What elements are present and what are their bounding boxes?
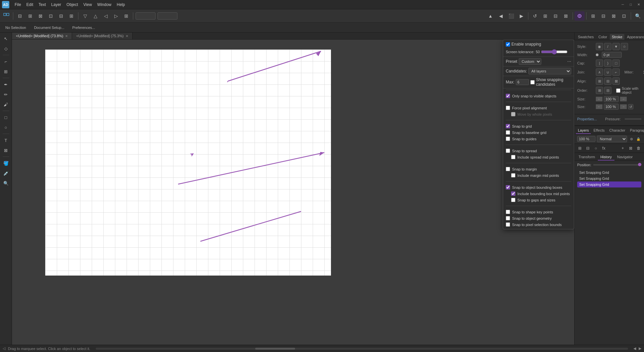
force-pixel-checkbox[interactable] <box>506 106 510 110</box>
snap-baseline-checkbox[interactable] <box>506 130 510 135</box>
max-input[interactable] <box>516 79 529 85</box>
snap-middle-btn[interactable]: ⬛ <box>506 11 516 21</box>
align-center[interactable]: ⊟ <box>604 77 611 85</box>
horizontal-scrollbar[interactable] <box>96 348 628 350</box>
snap-left-btn[interactable]: ◀ <box>496 11 506 21</box>
align-bottom-btn[interactable]: ⊞ <box>66 11 76 21</box>
ellipse-tool[interactable]: ○ <box>1 123 11 132</box>
menu-text[interactable]: Text <box>36 2 49 8</box>
snap-gaps-checkbox[interactable] <box>511 198 515 202</box>
canvas-tab-1[interactable]: <Untitled> [Modified] (73.8%) ✕ <box>12 33 72 39</box>
menu-file[interactable]: File <box>12 2 24 8</box>
canvas-content[interactable]: ➤ Enable snapping Screen tolerance: 50 <box>12 40 574 344</box>
scroll-right-btn[interactable]: ▶ <box>639 346 641 351</box>
join-round[interactable]: ∪ <box>604 68 611 76</box>
align-left-btn[interactable]: ⊟ <box>15 11 25 21</box>
align-inside[interactable]: ⊞ <box>596 77 603 85</box>
include-spread-mid-checkbox[interactable] <box>511 155 515 159</box>
size-arrow-right-2[interactable]: → <box>620 104 627 109</box>
close-button[interactable]: ✕ <box>635 1 642 8</box>
panel-icon-4[interactable]: fx <box>600 145 607 152</box>
align-outside[interactable]: ⊠ <box>612 77 620 85</box>
preset-menu-btn[interactable]: ⋯ <box>567 59 571 64</box>
document-setup-btn[interactable]: Document Setup... <box>31 25 67 30</box>
align-top-btn[interactable]: ⊡ <box>46 11 56 21</box>
search-btn[interactable]: 🔍 <box>633 11 643 21</box>
cap-butt[interactable]: | <box>596 59 603 67</box>
tab-color[interactable]: Color <box>596 34 609 40</box>
tab-effects[interactable]: Effects <box>591 127 606 134</box>
order-icon-2[interactable]: ⊟ <box>604 87 611 94</box>
view-btn-4[interactable]: ⊡ <box>619 11 629 21</box>
size-arrow-right[interactable]: → <box>620 97 627 101</box>
show-candidates-checkbox[interactable] <box>530 80 535 84</box>
node-tool[interactable]: ◇ <box>1 44 11 53</box>
tab-swatches[interactable]: Swatches <box>576 34 596 40</box>
corner-tool[interactable]: ⌐ <box>1 57 11 66</box>
view-btn-1[interactable]: ⊞ <box>588 11 598 21</box>
cap-round[interactable]: ) <box>604 59 611 67</box>
style-icon-1[interactable]: ◉ <box>596 43 603 50</box>
snap-guides-checkbox[interactable] <box>506 137 510 141</box>
refresh-btn[interactable]: ↺ <box>628 104 633 109</box>
snap-triangle-btn[interactable]: ▲ <box>485 11 495 21</box>
dist-left-btn[interactable]: ◁ <box>101 11 111 21</box>
opacity-input[interactable] <box>577 136 595 142</box>
pen-tool[interactable]: ✒ <box>1 80 11 89</box>
scale-with-object-checkbox[interactable] <box>616 88 620 93</box>
screen-tolerance-slider[interactable] <box>541 49 568 55</box>
dist-vert-btn[interactable]: △ <box>90 11 100 21</box>
brush-tool[interactable]: 🖌 <box>1 100 11 109</box>
tab-paragraph[interactable]: Paragraph <box>628 127 644 134</box>
join-miter[interactable]: ∧ <box>596 68 603 76</box>
move-whole-checkbox[interactable] <box>511 112 515 116</box>
order-icon-1[interactable]: ⊞ <box>596 87 603 94</box>
tab-navigator[interactable]: Navigator <box>614 154 635 161</box>
menu-layer[interactable]: Layer <box>49 2 64 8</box>
undo-btn[interactable]: ↺ <box>530 11 540 21</box>
include-bounding-mid-checkbox[interactable] <box>511 191 515 196</box>
layers-icon-lock[interactable]: 🔒 <box>635 136 641 142</box>
menu-view[interactable]: View <box>81 2 95 8</box>
panel-icon-2[interactable]: ⊟ <box>585 145 591 152</box>
tab-layers[interactable]: Layers <box>576 127 591 134</box>
zoom-tool[interactable]: 🔍 <box>1 178 11 188</box>
style-icon-2[interactable]: / <box>604 43 611 50</box>
view-btn-3[interactable]: ⊠ <box>609 11 619 21</box>
blend-mode-select[interactable]: Normal <box>597 136 627 142</box>
enable-snapping-checkbox[interactable] <box>506 42 510 47</box>
frame-tool[interactable]: ⊠ <box>1 146 11 155</box>
tab-history[interactable]: History <box>598 154 614 161</box>
tab-transform[interactable]: Transform <box>576 154 598 161</box>
history-item-2[interactable]: Set Snapping Grid <box>577 181 641 187</box>
menu-object[interactable]: Object <box>64 2 81 8</box>
text-tool[interactable]: T <box>1 136 11 145</box>
dist-chart-btn[interactable]: ⊞ <box>121 11 131 21</box>
snapping-btn[interactable] <box>575 11 585 21</box>
canvas-tab-2[interactable]: <Untitled> [Modified] (75.3%) ✕ <box>72 33 132 39</box>
preset-select[interactable]: Custom <box>519 58 541 65</box>
size-arrow-left[interactable]: ← <box>596 97 602 101</box>
snap-grid-checkbox[interactable] <box>506 124 510 128</box>
pencil-tool[interactable]: ✏ <box>1 90 11 99</box>
tab-stroke[interactable]: Stroke <box>610 34 624 40</box>
tab-appearance[interactable]: Appearance <box>625 34 644 40</box>
scroll-left-btn[interactable]: ◀ <box>633 346 636 351</box>
align-mid-btn[interactable]: ⊟ <box>56 11 66 21</box>
layers-icon-settings[interactable]: ⚙ <box>628 136 634 142</box>
size-arrow-left-2[interactable]: ← <box>596 104 602 109</box>
join-bevel[interactable]: ⌐ <box>612 68 620 76</box>
scrollbar-thumb[interactable] <box>255 348 295 350</box>
panel-icon-add[interactable]: + <box>619 145 626 152</box>
snap-pixel-sel-checkbox[interactable] <box>506 222 510 227</box>
pointer-tool[interactable]: ↖ <box>1 34 11 43</box>
crop-tool[interactable]: ⊞ <box>1 67 11 76</box>
cap-square[interactable]: □ <box>612 59 620 67</box>
dist-right-btn[interactable]: ▷ <box>111 11 121 21</box>
width-input[interactable] <box>602 52 622 58</box>
history-item-0[interactable]: Set Snapping Grid <box>577 170 641 176</box>
minimize-button[interactable]: ─ <box>619 1 626 8</box>
canvas-tab-2-close[interactable]: ✕ <box>126 34 128 38</box>
panel-icon-3[interactable]: ○ <box>592 145 599 152</box>
snap-spread-checkbox[interactable] <box>506 149 510 153</box>
